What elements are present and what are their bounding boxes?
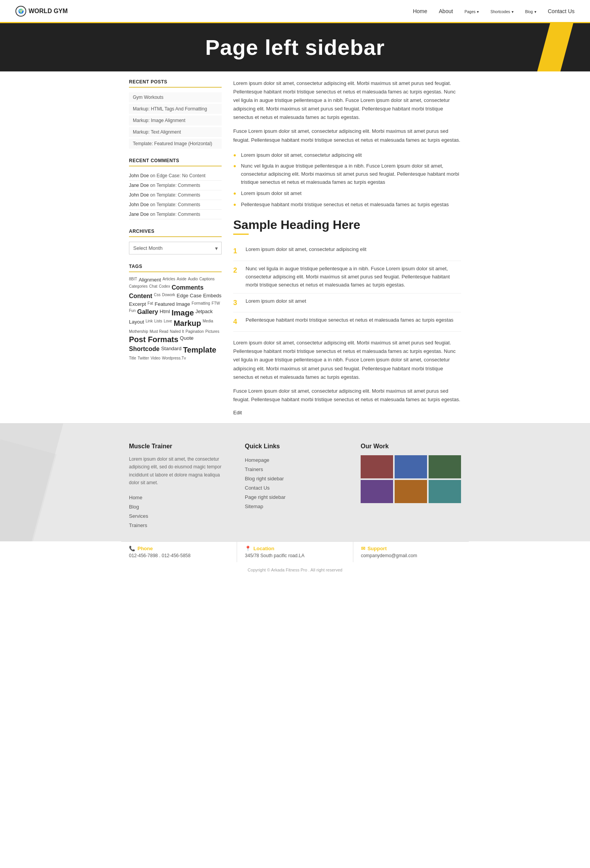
support-label: ✉ Support [361, 546, 461, 551]
tag-articles[interactable]: Articles [163, 277, 175, 283]
site-logo[interactable]: 🌍 WORLD GYM [15, 6, 68, 17]
tag-shortcode[interactable]: Shortcode [129, 346, 159, 354]
footer-col-work: Our Work [361, 443, 461, 530]
tag-standard[interactable]: Standard [161, 346, 181, 354]
list-item[interactable]: Markup: Text Alignment [129, 127, 222, 137]
tag-media[interactable]: Media [203, 319, 213, 328]
tag-link[interactable]: Link [146, 319, 153, 328]
location-label: 📍 Location [245, 546, 345, 551]
numbered-list: 1 Lorem ipsum dolor sit amet, consectetu… [233, 242, 461, 332]
tag-html[interactable]: Html [160, 309, 170, 317]
tag-formatting[interactable]: Formatting [192, 301, 210, 307]
gallery-item[interactable] [361, 480, 393, 503]
contact-bar: 📞 Phone 012-456-7898 . 012-456-5858 📍 Lo… [121, 541, 469, 562]
tag-8bit[interactable]: 8BIT [129, 277, 137, 283]
nav-home[interactable]: Home [413, 8, 427, 14]
gallery-item[interactable] [395, 455, 427, 478]
phone-icon: 📞 [129, 546, 135, 551]
tag-alignment[interactable]: Alignment [139, 277, 161, 283]
tag-chat[interactable]: Chat [149, 284, 157, 291]
tag-categories[interactable]: Categories [129, 284, 148, 291]
tag-edge-case[interactable]: Edge Case [177, 293, 202, 300]
gallery-item[interactable] [361, 455, 393, 478]
nav-about[interactable]: About [439, 8, 453, 14]
tag-featured-image[interactable]: Featured Image [155, 301, 190, 307]
tag-css[interactable]: Css [154, 293, 160, 300]
tag-fun[interactable]: Fun [129, 309, 136, 317]
list-item: Lorem ipsum dolor sit amet [233, 188, 461, 199]
list-item[interactable]: Markup: Image Alignment [129, 115, 222, 125]
tag-twitter[interactable]: Twitter [138, 356, 149, 360]
quick-links-list: Homepage Trainers Blog right sidebar Con… [245, 455, 345, 511]
tag-codex[interactable]: Codex [159, 284, 170, 291]
list-item: 4 Pellentesque habitant morbi tristique … [233, 312, 461, 332]
list-item: Blog [129, 502, 229, 511]
tag-love[interactable]: Love [164, 319, 172, 328]
tag-nailed-it[interactable]: Nailed It [170, 329, 184, 334]
tag-markup[interactable]: Markup [174, 319, 201, 328]
list-item: Services [129, 511, 229, 520]
list-item: 1 Lorem ipsum dolor sit amet, consectetu… [233, 242, 461, 261]
phone-label: 📞 Phone [129, 546, 229, 551]
gallery-item[interactable] [395, 480, 427, 503]
logo-icon: 🌍 [15, 6, 26, 17]
nav-contact[interactable]: Contact Us [548, 8, 575, 14]
tag-layout[interactable]: Layout [129, 319, 144, 328]
tag-video[interactable]: Video [151, 356, 160, 360]
tag-post-formats[interactable]: Post Formats [129, 335, 178, 344]
tag-quote[interactable]: Quote [180, 335, 193, 344]
list-item[interactable]: Markup: HTML Tags And Formatting [129, 104, 222, 114]
tag-pagination[interactable]: Pagination [186, 329, 204, 334]
list-item[interactable]: Template: Featured Image (Horizontal) [129, 139, 222, 149]
tag-title[interactable]: Title [129, 356, 136, 360]
comment-item: John Doe on Template: Comments [129, 200, 222, 210]
list-item: Nunc vel ligula in augue tristique pelle… [233, 161, 461, 188]
nav-blog[interactable]: Blog ▾ [525, 8, 536, 14]
tag-embeds[interactable]: Embeds [203, 293, 222, 300]
tag-jetpack[interactable]: Jetpack [195, 309, 213, 317]
list-item: 3 Lorem ipsum dolor sit amet [233, 293, 461, 313]
location-icon: 📍 [245, 546, 251, 551]
list-item: 2 Nunc vel ligula in augue tristique pel… [233, 261, 461, 293]
location-value: 345/78 South pacific road.LA [245, 553, 345, 558]
gallery-item[interactable] [429, 480, 461, 503]
footer-col2-title: Quick Links [245, 443, 345, 450]
tag-lists[interactable]: Lists [154, 319, 162, 328]
copyright-bar: Copyright © Arkada Fitness Pro . All rig… [0, 562, 590, 578]
edit-link[interactable]: Edit [233, 410, 242, 415]
tag-wordpress-tv[interactable]: Wordpress.Tv [162, 356, 186, 360]
tag-mothership[interactable]: Mothership [129, 329, 148, 334]
tag-image[interactable]: Image [171, 309, 194, 317]
list-item[interactable]: Gym Workouts [129, 92, 222, 102]
contact-location: 📍 Location 345/78 South pacific road.LA [237, 542, 353, 562]
contact-support: ✉ Support companydemo@gmail.com [353, 542, 469, 562]
footer-col1-title: Muscle Trainer [129, 443, 229, 450]
nav-links: Home About Pages ▾ Shortcodes ▾ Blog ▾ C… [413, 8, 575, 14]
tag-template[interactable]: Template [183, 346, 216, 354]
work-gallery [361, 455, 461, 503]
tag-gallery[interactable]: Gallery [137, 309, 158, 317]
recent-posts-list: Gym Workouts Markup: HTML Tags And Forma… [129, 92, 222, 149]
tag-fat[interactable]: Fat [148, 301, 153, 307]
main-content: Lorem ipsum dolor sit amet, consectetur … [233, 79, 461, 415]
tag-must-read[interactable]: Must Read [149, 329, 168, 334]
sample-heading: Sample Heading Here [233, 218, 461, 232]
tag-audio[interactable]: Audio [188, 277, 198, 283]
tag-ftw[interactable]: FTW [212, 301, 220, 307]
tag-content[interactable]: Content [129, 293, 152, 300]
nav-shortcodes[interactable]: Shortcodes ▾ [490, 8, 513, 14]
bullet-list: Lorem ipsum dolor sit amet, consectetur … [233, 150, 461, 210]
archives-title: ARCHIVES [129, 229, 222, 237]
tags-section: TAGS 8BIT Alignment Articles Aside Audio… [129, 264, 222, 360]
nav-pages[interactable]: Pages ▾ [465, 8, 479, 14]
tag-aside[interactable]: Aside [177, 277, 186, 283]
tags-title: TAGS [129, 264, 222, 272]
gallery-item[interactable] [429, 455, 461, 478]
tag-pictures[interactable]: Pictures [205, 329, 219, 334]
tag-dowork[interactable]: Dowork [162, 293, 175, 300]
list-item: Contact Us [245, 483, 345, 492]
tag-excerpt[interactable]: Excerpt [129, 301, 146, 307]
tag-captions[interactable]: Captions [199, 277, 214, 283]
archives-dropdown[interactable]: Select Month [129, 242, 222, 254]
tag-comments[interactable]: Comments [171, 284, 203, 291]
